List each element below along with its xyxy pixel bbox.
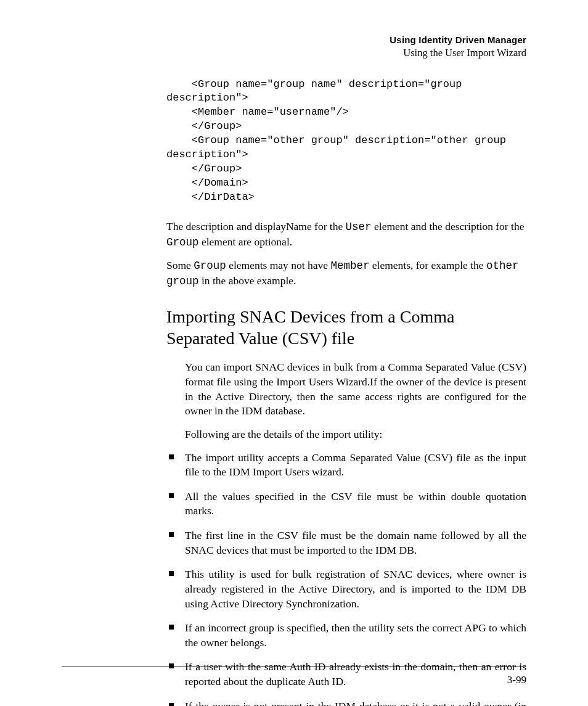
page: Using Identity Driven Manager Using the … <box>0 0 588 706</box>
intro-paragraph-2: Following are the details of the import … <box>185 427 526 442</box>
intro-paragraph-1: You can import SNAC devices in bulk from… <box>185 360 526 419</box>
paragraph-group-member: Some Group elements may not have Member … <box>166 258 526 289</box>
text: elements may not have <box>226 259 331 271</box>
intro-block: You can import SNAC devices in bulk from… <box>185 360 526 441</box>
running-header: Using Identity Driven Manager Using the … <box>62 34 526 60</box>
page-number: 3-99 <box>62 673 526 688</box>
text: elements, for example the <box>369 259 486 271</box>
text: Some <box>166 259 194 271</box>
list-item: The import utility accepts a Comma Separ… <box>166 451 526 480</box>
page-footer: 3-99 <box>62 667 526 688</box>
inline-code: Member <box>330 260 369 272</box>
list-item: If the owner is not present in the IDM d… <box>166 699 526 706</box>
text: The description and displayName for the <box>166 220 346 232</box>
list-item: If an incorrect group is specified, then… <box>166 621 526 650</box>
text: element are optional. <box>199 236 293 248</box>
header-subtitle: Using the User Import Wizard <box>62 46 526 60</box>
list-item: This utility is used for bulk registrati… <box>166 567 526 611</box>
text: element and the description for the <box>372 220 525 232</box>
inline-code: Group <box>166 236 199 248</box>
text: in the above example. <box>199 274 296 287</box>
paragraph-user-group-optional: The description and displayName for the … <box>166 220 526 250</box>
xml-code-block: <Group name="group name" description="gr… <box>166 78 526 205</box>
code-container: <Group name="group name" description="gr… <box>166 78 526 706</box>
inline-code: Group <box>194 260 226 272</box>
section-heading-importing-snac: Importing SNAC Devices from a Comma Sepa… <box>166 306 526 349</box>
inline-code: User <box>346 221 372 233</box>
header-title: Using Identity Driven Manager <box>62 34 526 46</box>
list-item: The first line in the CSV file must be t… <box>166 528 526 557</box>
footer-rule <box>62 667 526 667</box>
list-item: All the values specified in the CSV file… <box>166 490 526 519</box>
